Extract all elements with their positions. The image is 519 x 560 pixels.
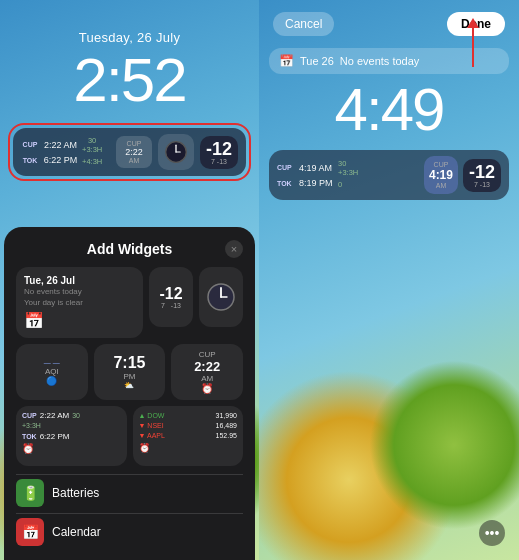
stocks-widget[interactable]: ▲ DOW 31,990 ▼ NSEI 16,489 ▼ AAPL 152.95…	[133, 406, 244, 466]
nsei-label: ▼ NSEI	[139, 421, 164, 431]
cal-weather: Your day is clear	[24, 298, 135, 307]
tok-time: 6:22 PM	[43, 154, 78, 168]
time-widget[interactable]: 7:15 PM ⛅	[94, 344, 166, 400]
right-tok-time: 8:19 PM	[299, 177, 334, 191]
right-time: 4:49	[269, 80, 509, 140]
mini-number: -12	[159, 286, 182, 302]
left-lock-screen: Tuesday, 26 July 2:52 CUP 2:22 AM 30 +3:…	[0, 0, 259, 181]
right-widget-table: CUP 4:19 AM 30 +3:3H TOK 8:19 PM 0	[277, 159, 419, 191]
clock-icon: ⏰	[22, 443, 121, 454]
calendar-small-icon: 📅	[279, 54, 294, 68]
widgets-row2: — — AQI 🔵 7:15 PM ⛅ CUP 2:22 AM ⏰	[16, 344, 243, 400]
calendar-widget-card[interactable]: Tue, 26 Jul No events today Your day is …	[16, 267, 143, 338]
batteries-label: Batteries	[52, 486, 99, 500]
aqi-icon-text: — —	[24, 359, 80, 366]
right-cup-highlight: CUP 4:19 AM	[424, 156, 458, 194]
left-date: Tuesday, 26 July	[0, 30, 259, 45]
right-cup-box-sub: AM	[429, 182, 453, 189]
nsei-val: 16,489	[216, 421, 237, 431]
row3-delta2: +3:3H	[22, 422, 121, 429]
tok-delta: +4:3H	[82, 157, 102, 166]
aqi-label: AQI	[24, 367, 80, 376]
row3-delta1: 30	[72, 412, 80, 419]
widget-row-cup: CUP 2:22 AM 30 +3:3H	[21, 136, 110, 154]
more-options-button[interactable]: •••	[479, 520, 505, 546]
right-top-bar: Cancel Done	[259, 0, 519, 42]
cal-title: Tue, 26 Jul	[24, 275, 135, 287]
number-small-widget[interactable]: -12 7 -13	[149, 267, 193, 327]
widget-small-box: CUP 2:22 AM	[116, 136, 152, 168]
cup-time: 2:22 AM	[43, 139, 78, 153]
aapl-val: 152.95	[216, 431, 237, 441]
right-content: 📅 Tue 26 No events today 4:49 CUP 4:19 A…	[259, 42, 519, 206]
cup-small-widget[interactable]: CUP 2:22 AM ⏰	[171, 344, 243, 400]
right-widget-row-tok: TOK 8:19 PM 0	[277, 177, 419, 191]
time-display: 7:15	[102, 354, 158, 372]
stocks-icon: ⏰	[139, 443, 238, 453]
aapl-label: ▼ AAPL	[139, 431, 165, 441]
cancel-button[interactable]: Cancel	[273, 12, 334, 36]
right-widget-row-cup: CUP 4:19 AM 30 +3:3H	[277, 159, 419, 177]
right-events: No events today	[340, 55, 420, 67]
calendar-emoji-icon: 📅	[24, 311, 44, 330]
calendar-list-item[interactable]: 📅 Calendar	[16, 513, 243, 550]
dow-label: ▲ DOW	[139, 411, 165, 421]
aqi-content: — — AQI 🔵	[24, 359, 80, 386]
right-tok-label: TOK	[277, 179, 295, 190]
clock-face-svg	[164, 140, 188, 164]
cup-widget-time: 2:22	[179, 359, 235, 374]
row3-cup: CUP	[22, 412, 37, 419]
arrow-shaft	[472, 27, 474, 67]
widget-row-tok: TOK 6:22 PM +4:3H	[21, 154, 110, 168]
aqi-badge-icon: 🔵	[24, 376, 80, 386]
widget-bar-wrapper: CUP 2:22 AM 30 +3:3H TOK 6:22 PM +4:3H	[8, 123, 251, 181]
add-widgets-popup: Add Widgets × Tue, 26 Jul No events toda…	[4, 227, 255, 560]
row3-tok: TOK	[22, 433, 37, 440]
popup-close-button[interactable]: ×	[225, 240, 243, 258]
calendar-icon: 📅	[16, 518, 44, 546]
cup-delta: 30 +3:3H	[82, 136, 102, 154]
widget-bar: CUP 2:22 AM 30 +3:3H TOK 6:22 PM +4:3H	[13, 128, 246, 176]
right-widget-bar: CUP 4:19 AM 30 +3:3H TOK 8:19 PM 0	[269, 150, 509, 200]
cal-events: No events today	[24, 287, 135, 296]
stocks-content: ▲ DOW 31,990 ▼ NSEI 16,489 ▼ AAPL 152.95	[139, 411, 238, 440]
right-cup-time: 4:19 AM	[299, 162, 334, 176]
dots-icon: •••	[485, 525, 500, 541]
right-tok-delta: 0	[338, 180, 342, 189]
right-panel: Cancel Done 📅 Tue 26 No events today 4:4…	[259, 0, 519, 560]
row3-tok-time: 6:22 PM	[40, 432, 70, 441]
widget-table: CUP 2:22 AM 30 +3:3H TOK 6:22 PM +4:3H	[21, 136, 110, 168]
right-number-widget: -12 7 -13	[463, 159, 501, 192]
batteries-list-item[interactable]: 🔋 Batteries	[16, 474, 243, 511]
right-date: Tue 26	[300, 55, 334, 67]
right-cup-box-label: CUP	[429, 161, 453, 168]
calendar-label: Calendar	[52, 525, 101, 539]
popup-title: Add Widgets	[87, 241, 172, 257]
time-widget-content: 7:15 PM ⛅	[102, 354, 158, 390]
small-clock-svg	[205, 281, 237, 313]
cup-tok-widget[interactable]: CUP 2:22 AM 30 +3:3H TOK 6:22 PM ⏰	[16, 406, 127, 466]
cup-widget-icon: ⏰	[179, 383, 235, 394]
aqi-widget[interactable]: — — AQI 🔵	[16, 344, 88, 400]
batteries-icon: 🔋	[16, 479, 44, 507]
tok-label: TOK	[21, 156, 39, 167]
cup-widget-am: AM	[179, 374, 235, 383]
cup-widget-content: CUP 2:22 AM ⏰	[179, 350, 235, 394]
time-weather-icon: ⛅	[102, 381, 158, 390]
right-cup-box-time: 4:19	[429, 168, 453, 182]
cup-widget-label: CUP	[179, 350, 235, 359]
dow-val: 31,990	[216, 411, 237, 421]
left-time: 2:52	[0, 49, 259, 111]
widget-list: 🔋 Batteries 📅 Calendar	[16, 474, 243, 550]
popup-header: Add Widgets ×	[16, 241, 243, 257]
right-cup-label: CUP	[277, 163, 295, 174]
row3-cup-time: 2:22 AM	[40, 411, 69, 420]
arrow-indicator	[467, 18, 479, 67]
right-cup-delta: 30 +3:3H	[338, 159, 358, 177]
widgets-row1: Tue, 26 Jul No events today Your day is …	[16, 267, 243, 338]
clock-widget	[158, 134, 194, 170]
number-widget: -12 7 -13	[200, 136, 238, 169]
clock-small-widget[interactable]	[199, 267, 243, 327]
left-panel: Tuesday, 26 July 2:52 CUP 2:22 AM 30 +3:…	[0, 0, 259, 560]
time-pm: PM	[102, 372, 158, 381]
